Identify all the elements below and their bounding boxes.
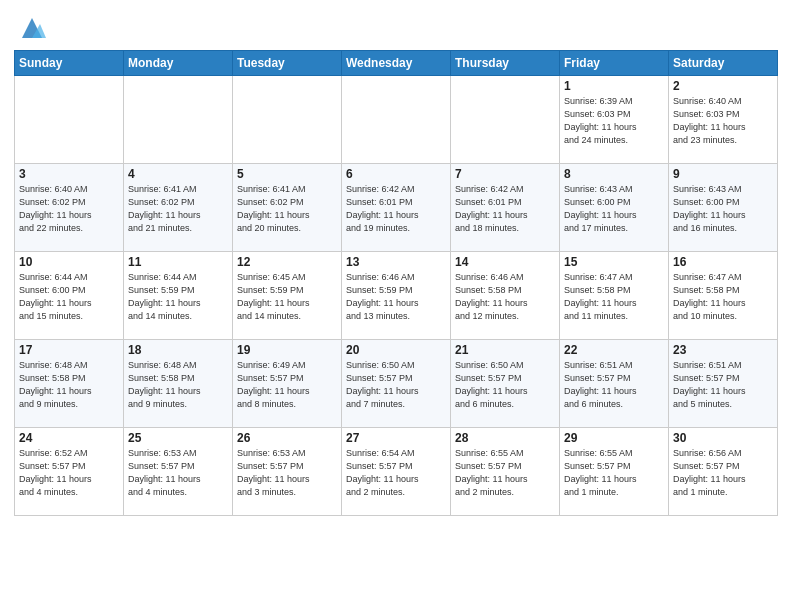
day-number: 8 <box>564 167 664 181</box>
calendar-cell: 30Sunrise: 6:56 AM Sunset: 5:57 PM Dayli… <box>669 428 778 516</box>
logo-icon <box>18 14 46 42</box>
day-number: 19 <box>237 343 337 357</box>
calendar-cell: 28Sunrise: 6:55 AM Sunset: 5:57 PM Dayli… <box>451 428 560 516</box>
day-number: 7 <box>455 167 555 181</box>
day-info: Sunrise: 6:47 AM Sunset: 5:58 PM Dayligh… <box>673 271 773 323</box>
day-info: Sunrise: 6:52 AM Sunset: 5:57 PM Dayligh… <box>19 447 119 499</box>
calendar-cell: 25Sunrise: 6:53 AM Sunset: 5:57 PM Dayli… <box>124 428 233 516</box>
calendar-cell: 24Sunrise: 6:52 AM Sunset: 5:57 PM Dayli… <box>15 428 124 516</box>
day-info: Sunrise: 6:49 AM Sunset: 5:57 PM Dayligh… <box>237 359 337 411</box>
calendar-cell: 5Sunrise: 6:41 AM Sunset: 6:02 PM Daylig… <box>233 164 342 252</box>
day-number: 17 <box>19 343 119 357</box>
calendar-cell: 23Sunrise: 6:51 AM Sunset: 5:57 PM Dayli… <box>669 340 778 428</box>
weekday-header-monday: Monday <box>124 51 233 76</box>
day-number: 20 <box>346 343 446 357</box>
day-info: Sunrise: 6:55 AM Sunset: 5:57 PM Dayligh… <box>455 447 555 499</box>
calendar-cell: 11Sunrise: 6:44 AM Sunset: 5:59 PM Dayli… <box>124 252 233 340</box>
day-number: 12 <box>237 255 337 269</box>
day-number: 16 <box>673 255 773 269</box>
day-info: Sunrise: 6:43 AM Sunset: 6:00 PM Dayligh… <box>673 183 773 235</box>
calendar-table: SundayMondayTuesdayWednesdayThursdayFrid… <box>14 50 778 516</box>
weekday-header-wednesday: Wednesday <box>342 51 451 76</box>
day-info: Sunrise: 6:51 AM Sunset: 5:57 PM Dayligh… <box>673 359 773 411</box>
day-number: 29 <box>564 431 664 445</box>
day-number: 14 <box>455 255 555 269</box>
day-number: 2 <box>673 79 773 93</box>
calendar-cell: 9Sunrise: 6:43 AM Sunset: 6:00 PM Daylig… <box>669 164 778 252</box>
day-info: Sunrise: 6:42 AM Sunset: 6:01 PM Dayligh… <box>455 183 555 235</box>
calendar-cell: 21Sunrise: 6:50 AM Sunset: 5:57 PM Dayli… <box>451 340 560 428</box>
day-info: Sunrise: 6:46 AM Sunset: 5:58 PM Dayligh… <box>455 271 555 323</box>
calendar-cell: 29Sunrise: 6:55 AM Sunset: 5:57 PM Dayli… <box>560 428 669 516</box>
day-number: 23 <box>673 343 773 357</box>
calendar-week-3: 10Sunrise: 6:44 AM Sunset: 6:00 PM Dayli… <box>15 252 778 340</box>
calendar-cell: 2Sunrise: 6:40 AM Sunset: 6:03 PM Daylig… <box>669 76 778 164</box>
calendar-week-5: 24Sunrise: 6:52 AM Sunset: 5:57 PM Dayli… <box>15 428 778 516</box>
day-info: Sunrise: 6:41 AM Sunset: 6:02 PM Dayligh… <box>237 183 337 235</box>
day-info: Sunrise: 6:44 AM Sunset: 5:59 PM Dayligh… <box>128 271 228 323</box>
day-number: 11 <box>128 255 228 269</box>
day-info: Sunrise: 6:50 AM Sunset: 5:57 PM Dayligh… <box>455 359 555 411</box>
day-info: Sunrise: 6:55 AM Sunset: 5:57 PM Dayligh… <box>564 447 664 499</box>
weekday-header-thursday: Thursday <box>451 51 560 76</box>
calendar-cell: 8Sunrise: 6:43 AM Sunset: 6:00 PM Daylig… <box>560 164 669 252</box>
day-info: Sunrise: 6:48 AM Sunset: 5:58 PM Dayligh… <box>19 359 119 411</box>
calendar-cell: 14Sunrise: 6:46 AM Sunset: 5:58 PM Dayli… <box>451 252 560 340</box>
calendar-cell: 7Sunrise: 6:42 AM Sunset: 6:01 PM Daylig… <box>451 164 560 252</box>
day-info: Sunrise: 6:46 AM Sunset: 5:59 PM Dayligh… <box>346 271 446 323</box>
day-info: Sunrise: 6:40 AM Sunset: 6:02 PM Dayligh… <box>19 183 119 235</box>
calendar-cell <box>15 76 124 164</box>
day-number: 30 <box>673 431 773 445</box>
calendar-cell <box>124 76 233 164</box>
calendar-week-1: 1Sunrise: 6:39 AM Sunset: 6:03 PM Daylig… <box>15 76 778 164</box>
day-number: 4 <box>128 167 228 181</box>
calendar-cell: 3Sunrise: 6:40 AM Sunset: 6:02 PM Daylig… <box>15 164 124 252</box>
day-number: 21 <box>455 343 555 357</box>
day-number: 15 <box>564 255 664 269</box>
calendar-cell: 12Sunrise: 6:45 AM Sunset: 5:59 PM Dayli… <box>233 252 342 340</box>
day-info: Sunrise: 6:41 AM Sunset: 6:02 PM Dayligh… <box>128 183 228 235</box>
main-container: SundayMondayTuesdayWednesdayThursdayFrid… <box>0 0 792 522</box>
calendar-cell <box>342 76 451 164</box>
day-info: Sunrise: 6:40 AM Sunset: 6:03 PM Dayligh… <box>673 95 773 147</box>
calendar-cell: 27Sunrise: 6:54 AM Sunset: 5:57 PM Dayli… <box>342 428 451 516</box>
day-info: Sunrise: 6:53 AM Sunset: 5:57 PM Dayligh… <box>237 447 337 499</box>
calendar-cell: 20Sunrise: 6:50 AM Sunset: 5:57 PM Dayli… <box>342 340 451 428</box>
header <box>14 10 778 42</box>
weekday-header-saturday: Saturday <box>669 51 778 76</box>
weekday-header-friday: Friday <box>560 51 669 76</box>
day-number: 22 <box>564 343 664 357</box>
calendar-cell: 18Sunrise: 6:48 AM Sunset: 5:58 PM Dayli… <box>124 340 233 428</box>
day-info: Sunrise: 6:39 AM Sunset: 6:03 PM Dayligh… <box>564 95 664 147</box>
day-info: Sunrise: 6:45 AM Sunset: 5:59 PM Dayligh… <box>237 271 337 323</box>
weekday-header-sunday: Sunday <box>15 51 124 76</box>
calendar-cell: 1Sunrise: 6:39 AM Sunset: 6:03 PM Daylig… <box>560 76 669 164</box>
day-number: 24 <box>19 431 119 445</box>
day-info: Sunrise: 6:53 AM Sunset: 5:57 PM Dayligh… <box>128 447 228 499</box>
weekday-header-row: SundayMondayTuesdayWednesdayThursdayFrid… <box>15 51 778 76</box>
weekday-header-tuesday: Tuesday <box>233 51 342 76</box>
calendar-cell: 26Sunrise: 6:53 AM Sunset: 5:57 PM Dayli… <box>233 428 342 516</box>
calendar-cell: 4Sunrise: 6:41 AM Sunset: 6:02 PM Daylig… <box>124 164 233 252</box>
day-number: 28 <box>455 431 555 445</box>
day-info: Sunrise: 6:51 AM Sunset: 5:57 PM Dayligh… <box>564 359 664 411</box>
calendar-week-4: 17Sunrise: 6:48 AM Sunset: 5:58 PM Dayli… <box>15 340 778 428</box>
day-number: 10 <box>19 255 119 269</box>
day-info: Sunrise: 6:44 AM Sunset: 6:00 PM Dayligh… <box>19 271 119 323</box>
day-number: 13 <box>346 255 446 269</box>
logo <box>14 14 46 42</box>
calendar-cell: 13Sunrise: 6:46 AM Sunset: 5:59 PM Dayli… <box>342 252 451 340</box>
day-info: Sunrise: 6:47 AM Sunset: 5:58 PM Dayligh… <box>564 271 664 323</box>
calendar-cell: 19Sunrise: 6:49 AM Sunset: 5:57 PM Dayli… <box>233 340 342 428</box>
day-info: Sunrise: 6:50 AM Sunset: 5:57 PM Dayligh… <box>346 359 446 411</box>
day-number: 27 <box>346 431 446 445</box>
calendar-cell: 17Sunrise: 6:48 AM Sunset: 5:58 PM Dayli… <box>15 340 124 428</box>
calendar-cell: 15Sunrise: 6:47 AM Sunset: 5:58 PM Dayli… <box>560 252 669 340</box>
day-number: 3 <box>19 167 119 181</box>
day-number: 18 <box>128 343 228 357</box>
calendar-cell <box>451 76 560 164</box>
calendar-cell: 10Sunrise: 6:44 AM Sunset: 6:00 PM Dayli… <box>15 252 124 340</box>
day-number: 6 <box>346 167 446 181</box>
calendar-week-2: 3Sunrise: 6:40 AM Sunset: 6:02 PM Daylig… <box>15 164 778 252</box>
calendar-cell: 22Sunrise: 6:51 AM Sunset: 5:57 PM Dayli… <box>560 340 669 428</box>
